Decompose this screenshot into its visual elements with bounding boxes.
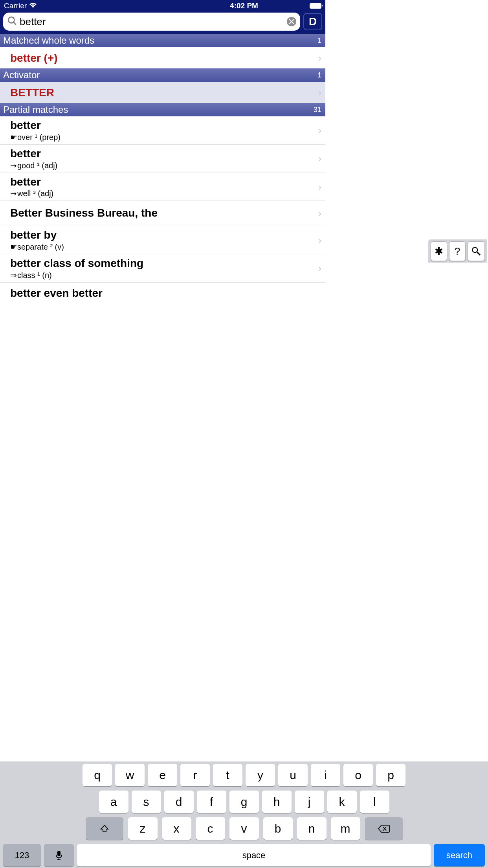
section-matched-words: Matched whole words 1 [0, 34, 325, 47]
section-title: Activator [3, 70, 40, 81]
row-subtitle: ☛over ¹ (prep) [10, 132, 318, 142]
row-subtitle: ☛separate ² (v) [10, 242, 318, 252]
search-input[interactable] [17, 16, 287, 28]
result-row[interactable]: better ➞good ¹ (adj) › [0, 145, 325, 173]
section-title: Matched whole words [3, 35, 94, 46]
row-title: better class of something [10, 257, 318, 270]
chevron-right-icon: › [318, 263, 321, 274]
row-title: better even better [10, 287, 321, 300]
result-row[interactable]: better ☛over ¹ (prep) › [0, 116, 325, 145]
wifi-icon [29, 2, 37, 10]
row-title: better [10, 176, 318, 188]
search-box[interactable] [3, 13, 300, 31]
chevron-right-icon: › [318, 235, 321, 246]
result-row[interactable]: better class of something ⇒class ¹ (n) › [0, 254, 325, 283]
section-count: 31 [314, 106, 321, 114]
row-subtitle: ➞good ¹ (adj) [10, 161, 318, 170]
row-title: BETTER [10, 87, 318, 99]
search-icon [7, 16, 17, 28]
result-row[interactable]: better ➞well ³ (adj) › [0, 173, 325, 201]
chevron-right-icon: › [318, 53, 321, 64]
clock: 4:02 PM [230, 2, 258, 10]
svg-line-1 [13, 22, 16, 25]
row-title: better (+) [10, 52, 318, 64]
section-title: Partial matches [3, 104, 68, 115]
section-partial-matches: Partial matches 31 [0, 103, 325, 116]
result-row-activator[interactable]: BETTER › [0, 82, 325, 103]
svg-point-0 [8, 17, 14, 23]
row-title: better [10, 120, 318, 132]
chevron-right-icon: › [318, 208, 321, 219]
result-row[interactable]: Better Business Bureau, the › [0, 201, 325, 226]
result-row[interactable]: better by ☛separate ² (v) › [0, 226, 325, 254]
chevron-right-icon: › [318, 87, 321, 98]
row-subtitle: ➞well ³ (adj) [10, 189, 318, 198]
row-title: Better Business Bureau, the [10, 207, 318, 219]
row-title: better by [10, 229, 318, 241]
section-count: 1 [317, 71, 321, 79]
chevron-right-icon: › [318, 182, 321, 193]
section-activator: Activator 1 [0, 68, 325, 82]
chevron-right-icon: › [318, 153, 321, 164]
result-row-matched[interactable]: better (+) › [0, 47, 325, 68]
chevron-right-icon: › [318, 125, 321, 136]
row-title: better [10, 148, 318, 160]
section-count: 1 [317, 37, 321, 45]
result-row[interactable]: better even better [0, 283, 325, 304]
carrier-label: Carrier [4, 2, 27, 10]
status-bar: Carrier 4:02 PM [0, 0, 325, 12]
row-subtitle: ⇒class ¹ (n) [10, 270, 318, 280]
battery-icon [310, 3, 321, 9]
search-bar: D [0, 12, 325, 34]
dictionary-toggle-button[interactable]: D [303, 13, 322, 30]
clear-button[interactable] [287, 17, 296, 26]
